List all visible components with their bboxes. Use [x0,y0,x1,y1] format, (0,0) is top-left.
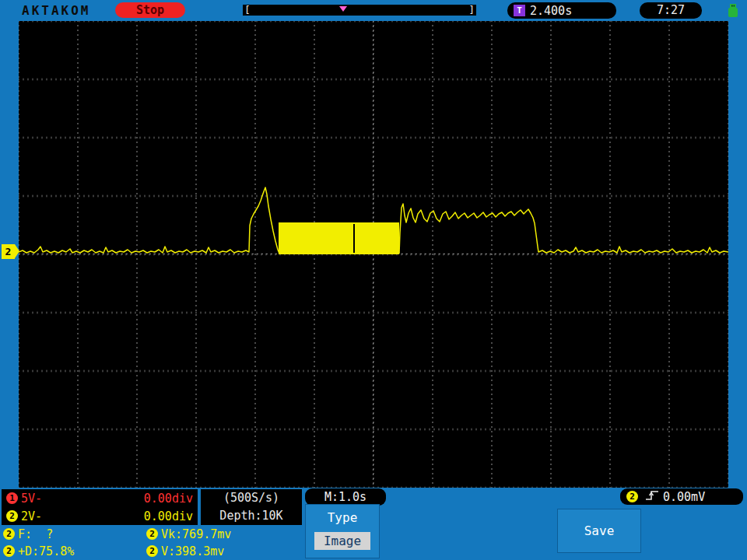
measurement-label: V: [161,544,175,558]
channel1-badge-icon: 1 [6,492,18,504]
trigger-time-value: 2.400s [530,4,572,18]
trigger-level-value: 0.00mV [663,490,705,504]
trigger-source-badge-icon: 2 [626,491,638,502]
window-bracket-right: ] [468,5,475,16]
measurement-label: F: [18,527,46,541]
trigger-position-marker-icon [339,6,347,12]
measurement-ch-badge-icon: 2 [146,528,158,540]
channel-scale-panel: 1 5V- 0.00div 2 2V- 0.00div [2,489,198,525]
trigger-time-readout: T 2.400s [507,2,616,19]
measurement-label: +D: [18,544,39,558]
measurement-positive-duty: 2 +D: 75.8% [3,543,74,559]
save-button[interactable]: Save [557,509,641,553]
measurement-ch-badge-icon: 2 [3,528,15,540]
measurement-value: ? [46,527,53,541]
measurement-frequency: 2 F: ? [3,526,53,542]
run-stop-status-badge: Stop [115,2,185,18]
channel2-position-marker[interactable]: 2 [2,244,15,259]
window-bracket-left: [ [244,5,251,16]
measurement-value: 769.7mv [182,527,231,541]
usb-device-icon [727,3,739,18]
channel2-trace [19,21,728,488]
acquisition-panel: (500S/s) Depth:10K [201,489,302,525]
clock: 7:27 [640,2,702,19]
trigger-t-icon: T [514,5,525,16]
channel1-volts-div: 5V- [21,492,42,506]
bottom-status-bar: 1 5V- 0.00div 2 2V- 0.00div (500S/s) Dep… [0,488,747,560]
trigger-level-readout: 2 0.00mV [620,488,743,505]
menu-item-image[interactable]: Image [314,532,370,550]
channel2-badge-icon: 2 [6,510,18,522]
oscilloscope-screen: AKTAKOM Stop [ ] T 2.400s 7:27 [0,0,747,560]
timebase-readout: M:1.0s [305,488,386,506]
menu-title: Type [306,510,379,525]
waveform-display [19,21,728,488]
channel2-offset: 0.00div [144,509,193,523]
rising-edge-icon [645,489,659,505]
top-bar: AKTAKOM Stop [ ] T 2.400s 7:27 [0,0,747,21]
measurement-vk: 2 Vk: 769.7mv [146,526,231,542]
channel2-scale-row: 2 2V- 0.00div [2,507,198,525]
brand-logo: AKTAKOM [22,3,90,18]
measurement-voltage: 2 V: 398.3mv [146,543,224,559]
measurement-ch-badge-icon: 2 [3,545,15,557]
measurement-label: Vk: [161,527,182,541]
measurement-ch-badge-icon: 2 [146,545,158,557]
trace-dense-band [279,222,399,254]
softkey-menu-type: Type Image [305,504,380,558]
trigger-position-bar: [ ] [243,5,476,16]
channel1-offset: 0.00div [144,492,193,506]
memory-depth: Depth:10K [201,507,302,525]
sample-rate: (500S/s) [201,489,302,507]
channel1-scale-row: 1 5V- 0.00div [2,489,198,507]
measurement-value: 398.3mv [175,544,224,558]
channel2-volts-div: 2V- [21,509,42,523]
measurement-value: 75.8% [39,544,74,558]
